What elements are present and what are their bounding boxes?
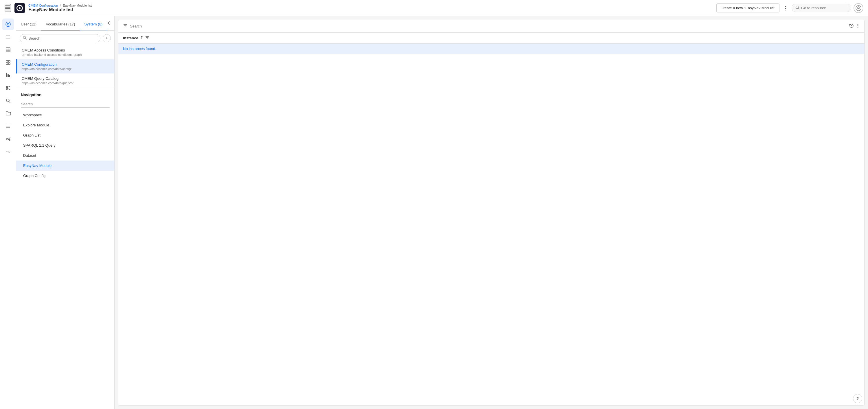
svg-line-36: [7, 139, 9, 140]
tabs-container: User (12) Vocabularies (17) System (8): [16, 19, 103, 30]
tab-system[interactable]: System (8): [80, 19, 107, 30]
sidebar-item-wave[interactable]: [2, 146, 14, 157]
right-panel: Instance No insta: [115, 16, 868, 409]
more-options-button[interactable]: [856, 22, 860, 30]
global-search[interactable]: [792, 4, 851, 12]
item-title: CMEM Query Catalog: [22, 76, 110, 81]
nav-search-input[interactable]: [21, 101, 110, 107]
svg-point-33: [9, 137, 10, 138]
svg-rect-21: [7, 74, 9, 77]
nav-search-wrap[interactable]: [16, 99, 114, 110]
svg-rect-20: [6, 73, 7, 77]
right-panel-inner: Instance No insta: [118, 20, 865, 406]
list-item[interactable]: CMEM Query Catalog https://ns.eccenca.co…: [16, 73, 114, 88]
sidebar-item-home[interactable]: [2, 19, 14, 30]
svg-rect-18: [6, 63, 8, 64]
list-item[interactable]: CMEM Access Conditions urn:elds-backend-…: [16, 45, 114, 59]
sidebar-item-grid[interactable]: [2, 57, 14, 68]
svg-rect-17: [8, 60, 10, 62]
sidebar-item-scissors[interactable]: [2, 82, 14, 94]
instance-column-label: Instance: [123, 36, 138, 40]
breadcrumb-separator: /: [60, 4, 61, 7]
svg-point-8: [7, 24, 9, 25]
tab-vocabularies[interactable]: Vocabularies (17): [41, 19, 80, 30]
sort-icon[interactable]: [140, 36, 144, 40]
sidebar-item-layers[interactable]: [2, 120, 14, 132]
content-area: User (12) Vocabularies (17) System (8): [16, 16, 868, 409]
svg-rect-10: [6, 37, 10, 37]
svg-rect-9: [6, 36, 10, 36]
nav-item-graphconfig[interactable]: Graph Config: [16, 171, 114, 181]
svg-rect-11: [6, 38, 10, 38]
panel-header: User (12) Vocabularies (17) System (8): [16, 16, 114, 30]
no-instances-message: No instances found.: [118, 44, 864, 54]
item-search-input[interactable]: [28, 36, 97, 40]
svg-rect-22: [9, 75, 10, 77]
svg-point-34: [9, 139, 10, 140]
collapse-panel-button[interactable]: [104, 19, 113, 28]
nav-item-sparql[interactable]: SPARQL 1.1 Query: [16, 140, 114, 150]
avatar[interactable]: [854, 3, 863, 13]
item-title: CMEM Configuration: [22, 62, 110, 66]
left-panel: User (12) Vocabularies (17) System (8): [16, 16, 115, 409]
filter-icon[interactable]: [123, 24, 128, 29]
help-button[interactable]: ?: [853, 394, 862, 403]
history-button[interactable]: [848, 22, 855, 30]
svg-rect-2: [5, 8, 10, 9]
svg-line-38: [26, 38, 27, 40]
nav-item-easynav[interactable]: EasyNav Module: [16, 160, 114, 171]
svg-point-44: [858, 26, 859, 26]
header-more-button[interactable]: ⋮: [782, 4, 789, 12]
sidebar-item-folder[interactable]: [2, 107, 14, 119]
header-actions: Create a new "EasyNav Module" ⋮: [716, 3, 863, 13]
svg-rect-19: [8, 63, 10, 64]
svg-point-23: [6, 87, 7, 88]
nav-item-dataset[interactable]: Dataset: [16, 150, 114, 160]
sidebar-item-graph[interactable]: [2, 133, 14, 145]
menu-icon[interactable]: [5, 4, 11, 12]
svg-point-7: [6, 22, 10, 27]
nav-item-explore[interactable]: Explore Module: [16, 120, 114, 130]
sidebar-item-analytics[interactable]: [2, 69, 14, 81]
item-search-wrap[interactable]: [20, 34, 100, 42]
search-icon: [795, 5, 799, 10]
navigation-title: Navigation: [16, 91, 114, 99]
svg-point-6: [858, 7, 859, 8]
create-easynav-button[interactable]: Create a new "EasyNav Module": [716, 3, 779, 12]
breadcrumb-parent-link[interactable]: CMEM Configuration: [28, 4, 58, 7]
svg-point-32: [6, 138, 7, 139]
svg-line-28: [9, 101, 10, 103]
breadcrumb-current: EasyNav Module list: [63, 4, 92, 7]
svg-line-35: [7, 138, 9, 139]
svg-line-25: [7, 86, 10, 87]
add-item-button[interactable]: +: [103, 34, 111, 42]
breadcrumb: CMEM Configuration / EasyNav Module list: [28, 4, 713, 7]
column-filter-icon[interactable]: [145, 36, 149, 40]
sidebar-icons: [0, 16, 16, 409]
item-subtitle: https://ns.eccenca.com/data/config/: [22, 67, 110, 70]
svg-point-43: [858, 24, 859, 25]
nav-item-graphlist[interactable]: Graph List: [16, 130, 114, 140]
main-layout: User (12) Vocabularies (17) System (8): [0, 16, 868, 409]
item-subtitle: urn:elds-backend-access-conditions-graph: [22, 53, 110, 56]
item-subtitle: https://ns.eccenca.com/data/queries/: [22, 81, 110, 85]
sidebar-item-list[interactable]: [2, 31, 14, 43]
sidebar-item-table[interactable]: [2, 44, 14, 56]
item-title: CMEM Access Conditions: [22, 48, 110, 52]
scroll-indicator: [16, 30, 114, 31]
nav-item-workspace[interactable]: Workspace: [16, 110, 114, 120]
sidebar-item-search[interactable]: [2, 95, 14, 106]
list-item[interactable]: CMEM Configuration https://ns.eccenca.co…: [16, 59, 114, 73]
scroll-thumb: [41, 30, 80, 31]
item-search-row: +: [16, 31, 114, 45]
navigation-section: Navigation Workspace Explore Module Grap…: [16, 88, 114, 184]
svg-rect-1: [5, 7, 10, 7]
item-list: CMEM Access Conditions urn:elds-backend-…: [16, 45, 114, 88]
svg-rect-0: [5, 5, 10, 6]
svg-line-4: [798, 8, 799, 9]
tab-user[interactable]: User (12): [16, 19, 41, 30]
app-header: CMEM Configuration / EasyNav Module list…: [0, 0, 868, 16]
breadcrumb-area: CMEM Configuration / EasyNav Module list…: [28, 4, 713, 12]
search-input[interactable]: [801, 6, 847, 10]
right-search-input[interactable]: [130, 24, 846, 28]
